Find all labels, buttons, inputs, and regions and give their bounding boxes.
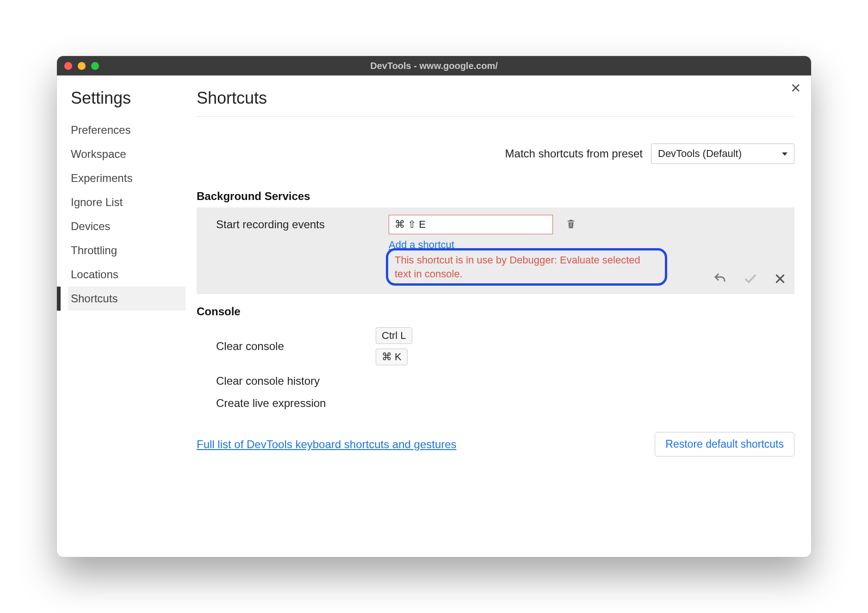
section-heading-console: Console: [197, 305, 794, 318]
confirm-button[interactable]: [744, 272, 757, 286]
shortcut-chips: Ctrl L ⌘ K: [376, 327, 412, 365]
close-window-button[interactable]: [64, 62, 72, 70]
list-row[interactable]: Clear console Ctrl L ⌘ K: [197, 323, 794, 370]
action-name-create-live-expression: Create live expression: [216, 397, 376, 410]
preset-label: Match shortcuts from preset: [505, 147, 643, 160]
window-title: DevTools - www.google.com/: [57, 61, 811, 71]
trash-icon: [566, 218, 576, 230]
minimize-window-button[interactable]: [78, 62, 86, 70]
shortcut-input-value: ⌘ ⇧ E: [395, 219, 426, 231]
list-row[interactable]: Create live expression: [197, 392, 794, 414]
cancel-button[interactable]: [774, 273, 786, 285]
action-name-clear-console: Clear console: [216, 340, 376, 353]
shortcut-conflict-warning: This shortcut is in use by Debugger: Eva…: [386, 248, 667, 286]
footer: Full list of DevTools keyboard shortcuts…: [197, 432, 794, 460]
shortcut-input[interactable]: ⌘ ⇧ E: [389, 215, 553, 234]
settings-sidebar: Settings Preferences Workspace Experimen…: [57, 75, 186, 557]
full-shortcuts-link[interactable]: Full list of DevTools keyboard shortcuts…: [197, 438, 457, 451]
delete-shortcut-button[interactable]: [566, 218, 576, 231]
nav-item-shortcuts[interactable]: Shortcuts: [68, 287, 186, 311]
warning-text: This shortcut is in use by Debugger: Eva…: [395, 253, 658, 281]
settings-main: Shortcuts Match shortcuts from preset De…: [186, 75, 811, 557]
nav-item-preferences[interactable]: Preferences: [68, 118, 186, 142]
page-title: Shortcuts: [197, 88, 794, 117]
shortcut-chip: ⌘ K: [376, 349, 408, 365]
restore-defaults-button[interactable]: Restore default shortcuts: [655, 432, 794, 457]
close-settings-button[interactable]: ✕: [790, 82, 801, 95]
nav-item-ignore-list[interactable]: Ignore List: [68, 190, 186, 214]
nav-item-throttling[interactable]: Throttling: [68, 238, 186, 263]
nav-item-experiments[interactable]: Experiments: [68, 166, 186, 190]
undo-button[interactable]: [713, 272, 727, 286]
chevron-down-icon: [782, 152, 787, 156]
action-name-clear-console-history: Clear console history: [216, 375, 376, 388]
close-icon: ✕: [790, 81, 801, 95]
check-icon: [744, 272, 757, 286]
traffic-lights: [64, 62, 99, 70]
shortcut-chip: Ctrl L: [376, 327, 412, 344]
nav-item-devices[interactable]: Devices: [68, 214, 186, 238]
settings-nav: Preferences Workspace Experiments Ignore…: [68, 118, 186, 311]
devtools-settings-window: DevTools - www.google.com/ ✕ Settings Pr…: [57, 56, 811, 557]
preset-select[interactable]: DevTools (Default): [651, 144, 794, 164]
action-name-start-recording-events: Start recording events: [216, 218, 376, 231]
edit-actions: [713, 272, 786, 286]
section-heading-background-services: Background Services: [197, 190, 794, 203]
nav-item-locations[interactable]: Locations: [68, 263, 186, 287]
list-row[interactable]: Clear console history: [197, 370, 794, 392]
close-icon: [774, 273, 786, 285]
shortcut-edit-panel: Start recording events ⌘ ⇧ E Add a short…: [197, 207, 794, 294]
titlebar: DevTools - www.google.com/: [57, 56, 811, 75]
undo-icon: [713, 272, 727, 286]
sidebar-title: Settings: [68, 88, 186, 108]
nav-item-workspace[interactable]: Workspace: [68, 142, 186, 166]
preset-row: Match shortcuts from preset DevTools (De…: [197, 144, 794, 164]
preset-select-value: DevTools (Default): [658, 148, 742, 160]
maximize-window-button[interactable]: [91, 62, 99, 70]
